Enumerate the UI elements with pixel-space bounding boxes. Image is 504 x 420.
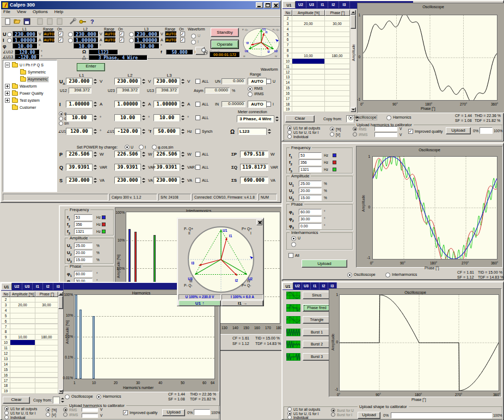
tree-item-symmetric[interactable]: Symmetric: [28, 70, 46, 75]
key-icon[interactable]: [78, 18, 87, 25]
title-bar[interactable]: Calpro 300: [1, 1, 280, 9]
shape-button-sinus[interactable]: Sinus: [303, 292, 331, 299]
table-cell[interactable]: 12: [2, 351, 10, 356]
table-cell[interactable]: 2: [284, 16, 292, 21]
u-l3-spinner[interactable]: 230.000: [153, 78, 185, 85]
table-cell[interactable]: [35, 388, 58, 394]
i-source-radio[interactable]: [68, 38, 73, 43]
bl-copy-from-dropdown[interactable]: [53, 397, 65, 404]
table-cell[interactable]: [35, 383, 58, 388]
operate-button[interactable]: Operate: [211, 40, 239, 49]
table-cell[interactable]: [292, 48, 325, 53]
phi-display-l3[interactable]: 10.00: [134, 43, 159, 49]
bl-improved-quality-checkbox[interactable]: [123, 410, 128, 415]
table-cell[interactable]: [292, 37, 325, 42]
table-cell[interactable]: 10,00: [292, 53, 325, 59]
tab-i3[interactable]: I3: [53, 283, 64, 290]
shape-button-burst-3[interactable]: Burst 3: [303, 353, 331, 361]
table-cell[interactable]: 3: [2, 302, 10, 308]
table-cell[interactable]: [35, 319, 58, 324]
u-range-l2[interactable]: AUTO: [104, 31, 116, 37]
bl-rms-1[interactable]: [63, 412, 67, 417]
rms-radio[interactable]: [248, 87, 253, 91]
table-cell[interactable]: [292, 85, 325, 91]
table-cell[interactable]: [35, 329, 58, 335]
table-cell[interactable]: 6: [284, 37, 292, 42]
table-cell[interactable]: [10, 313, 35, 319]
menu-file[interactable]: File: [1, 9, 15, 15]
table-cell[interactable]: [325, 27, 350, 32]
freq-field-1[interactable]: 53: [299, 152, 322, 158]
table-cell[interactable]: [10, 383, 35, 388]
i-on-checkbox[interactable]: [58, 38, 63, 42]
f-spinner[interactable]: 50.000: [153, 128, 185, 135]
tr-rms-1[interactable]: [353, 132, 357, 137]
tr-target-0[interactable]: [287, 126, 292, 130]
meter-connection-dropdown[interactable]: 3 Phase, 4 Wire: [237, 115, 279, 122]
mr-u-radio[interactable]: [291, 236, 296, 241]
mr-all-checkbox[interactable]: [288, 253, 293, 258]
tr-oscilloscope-radio[interactable]: [348, 115, 353, 120]
table-cell[interactable]: 7: [284, 42, 292, 48]
i-range-l3[interactable]: AUTO: [165, 37, 177, 43]
open-icon[interactable]: [13, 18, 22, 25]
table-cell[interactable]: 13: [2, 356, 10, 362]
table-cell[interactable]: 7: [2, 324, 10, 330]
table-cell[interactable]: [292, 80, 325, 85]
amp-field-3[interactable]: 15.00: [74, 257, 93, 263]
waveform-i-radio[interactable]: [191, 40, 196, 45]
q-l3-spinner[interactable]: 39.9391: [153, 164, 185, 171]
table-cell[interactable]: [325, 42, 350, 48]
rotary-dropdown[interactable]: L123: [238, 128, 272, 135]
i-display-l1[interactable]: 1.00000: [13, 37, 38, 43]
maximize-button[interactable]: [264, 2, 271, 8]
table-cell[interactable]: 18: [2, 383, 10, 388]
table-cell[interactable]: [35, 356, 58, 362]
tab-u2[interactable]: U2: [12, 283, 22, 290]
ph-field-2[interactable]: 30.00: [299, 216, 322, 222]
table-cell[interactable]: [325, 64, 350, 70]
s-l1-spinner[interactable]: 230.000: [66, 177, 97, 184]
tab-i2[interactable]: I2: [328, 1, 339, 8]
table-cell[interactable]: [10, 340, 35, 345]
enter-button[interactable]: Enter: [77, 63, 105, 71]
mr-interharmonics-radio[interactable]: [385, 273, 390, 277]
bl-unit-0[interactable]: [46, 407, 50, 412]
q-l1-spinner[interactable]: 39.9391: [66, 164, 97, 171]
table-cell[interactable]: [35, 313, 58, 319]
tab-u2[interactable]: U2: [293, 282, 302, 289]
freq-field-2[interactable]: 356: [299, 159, 322, 165]
table-cell[interactable]: [325, 85, 350, 91]
table-cell[interactable]: [325, 59, 350, 64]
table-cell[interactable]: 4: [2, 308, 10, 313]
bl-u-value-field[interactable]: [82, 407, 98, 412]
bl-harmonics-radio[interactable]: [96, 394, 101, 399]
tr-u-value-field2[interactable]: [374, 132, 397, 137]
table-cell[interactable]: 9: [284, 53, 292, 59]
s-l3-spinner[interactable]: 230.000: [153, 177, 185, 184]
table-cell[interactable]: 15: [284, 85, 292, 91]
synch-checkbox[interactable]: [195, 129, 200, 134]
table-cell[interactable]: [35, 373, 58, 378]
table-cell[interactable]: [325, 37, 350, 42]
table-cell[interactable]: 14: [284, 80, 292, 85]
table-cell[interactable]: 12: [284, 70, 292, 75]
table-cell[interactable]: [292, 91, 325, 96]
u-range-l3[interactable]: AUTO: [165, 31, 177, 37]
i-l2-spinner[interactable]: 1.00000: [114, 101, 146, 108]
u-display-l2[interactable]: 230.000: [73, 31, 99, 37]
ph-field-1[interactable]: 60.00: [299, 209, 322, 215]
bl-target-2[interactable]: [4, 415, 9, 419]
amp-field-1[interactable]: 25.00: [74, 243, 93, 249]
table-cell[interactable]: 8: [2, 329, 10, 335]
table-cell[interactable]: [292, 27, 325, 32]
table-cell[interactable]: [325, 107, 350, 112]
tree-item-u-i-ph-f-p-q-s[interactable]: U I Ph f P Q S: [20, 63, 44, 67]
table-cell[interactable]: 17: [284, 96, 292, 102]
waveform-u-radio[interactable]: [191, 34, 196, 39]
table-cell[interactable]: 14: [2, 362, 10, 367]
table-cell[interactable]: [325, 96, 350, 102]
table-cell[interactable]: 13: [284, 75, 292, 80]
mr-i-radio[interactable]: [291, 242, 296, 247]
freq-field-1[interactable]: 53: [74, 214, 93, 220]
